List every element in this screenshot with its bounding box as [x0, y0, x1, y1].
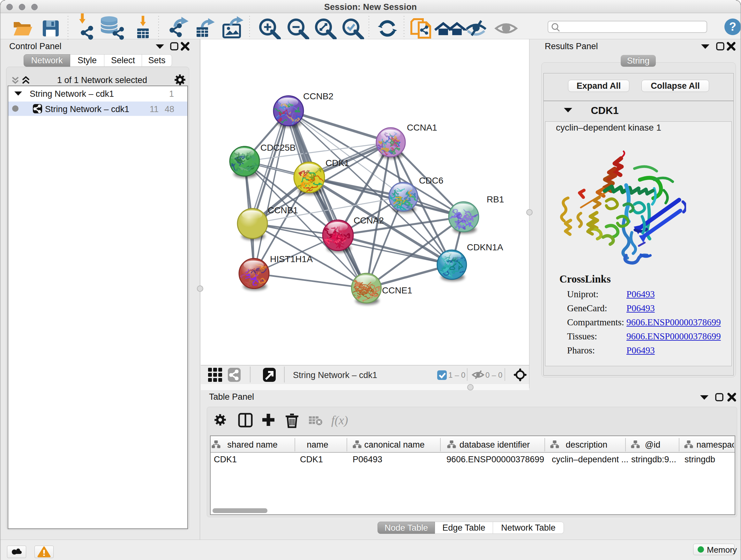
svg-text:RB1: RB1 [487, 194, 504, 204]
svg-text:CDKN1A: CDKN1A [467, 242, 503, 252]
svg-text:canonical name: canonical name [364, 440, 424, 449]
svg-text:?: ? [729, 20, 736, 33]
svg-text:namespace: namespace [696, 440, 734, 449]
svg-text:name: name [307, 440, 328, 449]
svg-text:CCNA2: CCNA2 [354, 215, 384, 226]
svg-text:CCNB2: CCNB2 [303, 91, 333, 101]
svg-text:description: description [566, 440, 608, 449]
svg-text:CCNE1: CCNE1 [382, 286, 412, 295]
svg-text:0 – 0: 0 – 0 [485, 371, 502, 379]
svg-text:f(x): f(x) [331, 414, 348, 427]
svg-text:@id: @id [645, 440, 660, 449]
svg-text:shared name: shared name [227, 440, 278, 449]
svg-text:String Network – cdk1: String Network – cdk1 [293, 370, 377, 380]
svg-text:CDK1: CDK1 [326, 158, 349, 168]
svg-text:HIST1H1A: HIST1H1A [270, 254, 313, 264]
svg-text:1 – 0: 1 – 0 [448, 371, 465, 379]
svg-text:CDC6: CDC6 [419, 176, 443, 186]
svg-text:CCNB1: CCNB1 [268, 205, 298, 215]
svg-text:database identifier: database identifier [460, 440, 530, 449]
svg-text:CDC25B: CDC25B [260, 143, 295, 152]
svg-text:CCNA1: CCNA1 [407, 123, 437, 132]
